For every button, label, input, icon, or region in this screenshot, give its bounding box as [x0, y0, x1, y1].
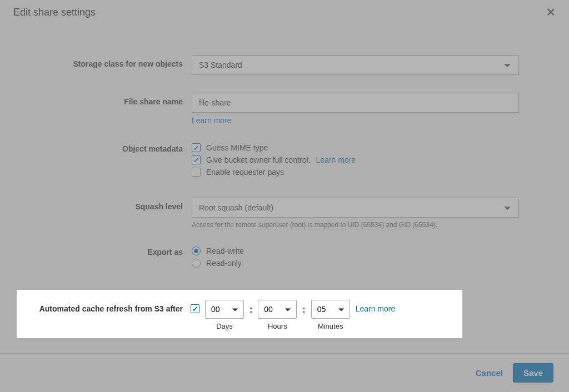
cache-days-value: 00: [211, 305, 220, 314]
cache-refresh-checkbox[interactable]: [191, 304, 199, 313]
time-separator-2: :: [302, 305, 305, 326]
cache-days-select[interactable]: 00: [205, 300, 244, 319]
cache-minutes-caption: Minutes: [318, 322, 343, 330]
cache-hours-select[interactable]: 00: [258, 300, 297, 319]
cache-hours-caption: Hours: [268, 322, 287, 330]
label-cache-refresh: Automated cache refresh from S3 after: [23, 300, 191, 313]
cache-days-caption: Days: [216, 322, 233, 330]
cache-minutes-value: 05: [317, 305, 326, 314]
cache-hours-value: 00: [264, 305, 273, 314]
cache-minutes-select[interactable]: 05: [311, 300, 350, 319]
row-cache-refresh: Automated cache refresh from S3 after 00…: [17, 290, 462, 338]
cache-refresh-learn-more-link[interactable]: Learn more: [356, 304, 396, 313]
time-separator-1: :: [249, 305, 252, 326]
